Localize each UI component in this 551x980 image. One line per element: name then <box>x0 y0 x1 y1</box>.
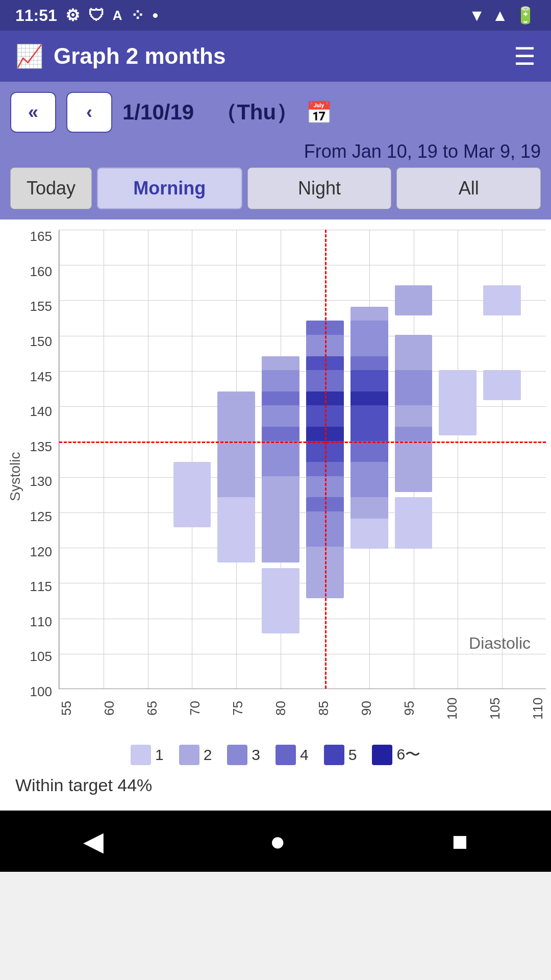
x-label: 85 <box>316 693 332 724</box>
chart-plot: Diastolic <box>59 230 546 689</box>
legend-label-1: 1 <box>155 746 164 764</box>
legend-label-5: 5 <box>348 746 357 764</box>
y-label: 100 <box>26 685 56 698</box>
chart-wrapper: Systolic 100 105 110 115 120 125 130 135… <box>5 230 546 724</box>
within-target: Within target 44% <box>0 770 551 811</box>
legend-swatch-2 <box>179 745 199 765</box>
x-label: 70 <box>187 693 203 724</box>
gear-icon: ⚙ <box>65 6 80 25</box>
x-label: 105 <box>487 693 503 724</box>
data-cell <box>262 603 299 633</box>
data-cell <box>395 462 433 492</box>
data-cell <box>350 519 388 549</box>
dots-icon: ⁘ <box>131 6 144 25</box>
bottom-nav: ◀ ● ■ <box>0 811 551 872</box>
x-label: 65 <box>144 693 160 724</box>
legend-item-2: 2 <box>179 745 212 765</box>
within-target-label: Within target 44% <box>15 775 152 795</box>
legend-item-1: 1 <box>131 745 164 765</box>
legend-swatch-1 <box>131 745 151 765</box>
back-button[interactable]: ‹ <box>66 92 112 133</box>
data-cell <box>262 533 299 563</box>
filter-night[interactable]: Night <box>247 167 392 209</box>
y-label: 110 <box>26 615 56 628</box>
y-label: 145 <box>26 370 56 383</box>
legend-swatch-6 <box>372 745 392 765</box>
y-label: 130 <box>26 475 56 488</box>
nav-recents-button[interactable]: ■ <box>452 826 468 856</box>
y-label: 105 <box>26 650 56 663</box>
y-label: 165 <box>26 230 56 243</box>
filter-morning[interactable]: Morning <box>97 167 242 209</box>
x-label: 110 <box>530 693 546 724</box>
legend-label-6: 6〜 <box>396 744 420 765</box>
legend-swatch-3 <box>227 745 247 765</box>
legend-item-3: 3 <box>227 745 260 765</box>
signal-icon: ▲ <box>492 6 508 25</box>
date-display: 1/10/19 （Thu） <box>122 98 297 127</box>
y-axis-label: Systolic <box>5 230 26 724</box>
header-left: 📈 Graph 2 months <box>15 43 226 69</box>
x-label: 90 <box>359 693 374 724</box>
shield-icon: 🛡 <box>88 6 105 25</box>
filter-today[interactable]: Today <box>10 167 92 209</box>
header-title: Graph 2 months <box>54 43 226 69</box>
data-cell <box>395 519 433 549</box>
data-cell <box>217 533 255 563</box>
legend-item-6: 6〜 <box>372 744 420 765</box>
data-cell <box>395 285 433 315</box>
x-label: 55 <box>59 693 74 724</box>
y-label: 125 <box>26 510 56 523</box>
x-label: 95 <box>402 693 417 724</box>
y-label: 115 <box>26 580 56 593</box>
x-axis-label: Diastolic <box>469 634 531 653</box>
legend-swatch-4 <box>276 745 296 765</box>
y-label: 155 <box>26 300 56 313</box>
date-range: From Jan 10, 19 to Mar 9, 19 <box>10 141 541 167</box>
chart-container: Systolic 100 105 110 115 120 125 130 135… <box>0 219 551 734</box>
legend-label-2: 2 <box>204 746 212 764</box>
status-right: ▼ ▲ 🔋 <box>469 6 536 25</box>
data-cell <box>173 497 211 527</box>
dot-icon: • <box>153 6 158 25</box>
nav-bar: « ‹ 1/10/19 （Thu） 📅 From Jan 10, 19 to M… <box>0 82 551 219</box>
y-label: 120 <box>26 545 56 558</box>
x-label: 100 <box>444 693 460 724</box>
x-label: 60 <box>102 693 117 724</box>
chart-inner: 100 105 110 115 120 125 130 135 140 145 … <box>26 230 546 724</box>
y-label: 140 <box>26 405 56 418</box>
hamburger-menu-icon[interactable]: ☰ <box>514 42 536 70</box>
double-back-button[interactable]: « <box>10 92 56 133</box>
legend-label-4: 4 <box>300 746 309 764</box>
x-label: 80 <box>273 693 289 724</box>
y-label: 160 <box>26 265 56 278</box>
app-header: 📈 Graph 2 months ☰ <box>0 31 551 82</box>
wifi-icon: ▼ <box>469 6 485 25</box>
legend-swatch-5 <box>324 745 344 765</box>
data-cell <box>439 405 477 435</box>
status-time: 11:51 <box>15 6 57 25</box>
nav-date-row: « ‹ 1/10/19 （Thu） 📅 <box>10 92 541 133</box>
x-labels: 55 60 65 70 75 80 85 90 95 100 105 110 <box>59 689 546 724</box>
calendar-icon[interactable]: 📅 <box>306 100 332 125</box>
data-cell <box>483 285 521 315</box>
nav-back-button[interactable]: ◀ <box>83 826 104 856</box>
nav-date-text: 1/10/19 （Thu） 📅 <box>122 98 332 127</box>
y-label: 150 <box>26 335 56 348</box>
y-label: 135 <box>26 440 56 453</box>
y-labels: 100 105 110 115 120 125 130 135 140 145 … <box>26 230 56 698</box>
crosshair-vertical <box>325 230 327 689</box>
chart-icon: 📈 <box>15 43 43 69</box>
legend-item-5: 5 <box>324 745 357 765</box>
filter-row: Today Morning Night All <box>10 167 541 219</box>
filter-all[interactable]: All <box>396 167 541 209</box>
legend-item-4: 4 <box>276 745 309 765</box>
x-label: 75 <box>230 693 246 724</box>
data-cell <box>483 370 521 400</box>
status-bar: 11:51 ⚙ 🛡 A ⁘ • ▼ ▲ 🔋 <box>0 0 551 31</box>
font-icon: A <box>113 8 122 23</box>
legend-area: 1 2 3 4 5 6〜 <box>0 734 551 770</box>
status-left: 11:51 ⚙ 🛡 A ⁘ • <box>15 6 158 25</box>
battery-icon: 🔋 <box>515 6 536 25</box>
nav-home-button[interactable]: ● <box>270 826 286 856</box>
